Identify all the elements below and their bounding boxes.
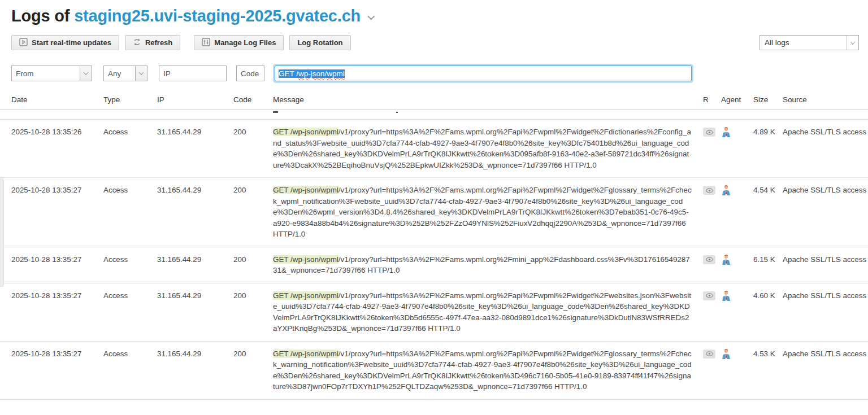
log-browser-page: Logs of staging25.uvi-staging-2025.gvate…: [0, 0, 868, 415]
type-combobox: [103, 65, 147, 81]
chevron-down-icon: [84, 70, 88, 75]
size-cell: 4.53 K: [749, 342, 778, 366]
start-realtime-updates-button[interactable]: Start real-time updates: [11, 35, 119, 50]
log-file-select-value: All logs: [760, 36, 846, 50]
column-header-ip: IP: [157, 90, 233, 110]
log-file-select[interactable]: All logs: [760, 35, 859, 50]
domain-link[interactable]: staging25.uvi-staging-2025.gvatec.ch: [74, 7, 361, 25]
table-row: 2025-10-28 13:35:27 Access 31.165.44.29 …: [0, 342, 868, 400]
ip-cell: 31.165.44.29: [157, 283, 233, 308]
agent-cell: [717, 120, 749, 148]
eye-icon: [706, 293, 713, 298]
r-cell: [698, 283, 717, 308]
agent-cell: [717, 178, 749, 206]
eye-icon: [706, 351, 713, 356]
r-cell: [698, 342, 717, 366]
agent-cell: [717, 283, 749, 312]
toolbar: Start real-time updates Refresh Manage L…: [0, 25, 868, 50]
message-cell: GET /wp-json/wpml/v1/proxy?url=https%3A%…: [273, 247, 698, 283]
user-agent-icon[interactable]: [721, 126, 731, 138]
message-highlight: GET /wp-json/wpml: [273, 291, 338, 300]
log-rotation-button[interactable]: Log Rotation: [289, 35, 350, 50]
start-realtime-updates-label: Start real-time updates: [32, 38, 111, 47]
type-filter-input[interactable]: [103, 65, 135, 81]
date-cell: 2025-10-28 13:35:27: [11, 247, 103, 272]
date-from-combobox: [11, 65, 92, 81]
partial-clipped-row: [0, 110, 868, 120]
table-row: 2025-10-28 13:35:27 Access 31.165.44.29 …: [0, 178, 868, 247]
size-cell: 4.60 K: [749, 283, 778, 308]
r-cell: [698, 178, 717, 203]
size-cell: 6.15 K: [749, 247, 778, 272]
ip-cell: 31.165.44.29: [157, 178, 233, 203]
play-icon: [19, 38, 28, 48]
view-details-button[interactable]: [703, 291, 715, 300]
clipped-text-fragment: [273, 111, 278, 113]
column-header-source: Source: [778, 90, 859, 110]
page-title: Logs of staging25.uvi-staging-2025.gvate…: [0, 0, 868, 25]
scrollbar-thumb[interactable]: [0, 178, 4, 287]
type-cell: Access: [103, 342, 157, 366]
message-cell: GET /wp-json/wpml/v1/proxy?url=https%3A%…: [273, 120, 698, 177]
refresh-label: Refresh: [145, 38, 172, 47]
date-cell: 2025-10-28 13:35:27: [11, 342, 103, 366]
source-cell: Apache SSL/TLS access: [778, 283, 859, 308]
size-cell: 4.54 K: [749, 178, 778, 203]
log-file-select-toggle[interactable]: [846, 36, 858, 50]
search-input-text: wpml: [327, 69, 345, 78]
message-highlight: GET /wp-json/wpml: [273, 255, 338, 264]
date-from-input[interactable]: [11, 65, 80, 81]
message-cell: GET /wp-json/wpml/v1/proxy?url=https%3A%…: [273, 342, 698, 399]
type-cell: Access: [103, 120, 157, 145]
agent-cell: [717, 247, 749, 276]
domain-chevron-down-icon[interactable]: [367, 13, 375, 20]
user-agent-icon[interactable]: [721, 254, 731, 265]
message-highlight: GET /wp-json/wpml: [273, 128, 338, 136]
column-header-agent: Agent: [717, 90, 749, 110]
view-details-button[interactable]: [703, 186, 715, 195]
code-filter-input[interactable]: [236, 65, 264, 81]
view-details-button[interactable]: [703, 350, 715, 359]
date-cell: 2025-10-28 13:35:27: [11, 283, 103, 308]
agent-cell: [717, 342, 749, 370]
date-cell: 2025-10-28 13:35:27: [11, 178, 103, 203]
code-cell: 200: [233, 247, 273, 272]
code-cell: 200: [233, 283, 273, 308]
user-agent-icon[interactable]: [721, 348, 731, 360]
table-row: 2025-10-28 13:35:26 Access 31.165.44.29 …: [0, 120, 868, 178]
refresh-button[interactable]: Refresh: [125, 35, 180, 50]
refresh-icon: [133, 38, 141, 48]
user-agent-icon[interactable]: [721, 185, 731, 196]
source-cell: Apache SSL/TLS access: [778, 342, 859, 366]
search-input[interactable]: GET /wp-json/wpml: [275, 65, 692, 81]
type-cell: Access: [103, 283, 157, 308]
view-details-button[interactable]: [703, 255, 715, 264]
user-agent-icon[interactable]: [721, 290, 731, 302]
log-table-body: 2025-10-28 13:35:26 Access 31.165.44.29 …: [0, 120, 868, 400]
chevron-down-icon: [139, 70, 144, 75]
source-cell: Apache SSL/TLS access: [778, 178, 859, 203]
ip-cell: 31.165.44.29: [157, 247, 233, 272]
ip-filter-input[interactable]: [159, 65, 227, 81]
source-cell: Apache SSL/TLS access: [778, 247, 859, 272]
column-header-type: Type: [103, 90, 157, 110]
eye-icon: [706, 257, 713, 262]
type-cell: Access: [103, 178, 157, 203]
clipped-text-fragment: [396, 112, 398, 113]
manage-log-files-label: Manage Log Files: [214, 38, 276, 47]
r-cell: [698, 247, 717, 272]
size-cell: 4.89 K: [749, 120, 778, 145]
column-header-code: Code: [233, 90, 273, 110]
table-row: 2025-10-28 13:35:27 Access 31.165.44.29 …: [0, 283, 868, 342]
message-highlight: GET /wp-json/wpml: [273, 350, 338, 358]
ip-cell: 31.165.44.29: [157, 342, 233, 366]
type-filter-toggle[interactable]: [135, 65, 147, 81]
column-header-size: Size: [749, 90, 778, 110]
view-details-button[interactable]: [703, 128, 715, 137]
message-cell: GET /wp-json/wpml/v1/proxy?url=https%3A%…: [273, 178, 698, 247]
date-from-toggle[interactable]: [80, 65, 92, 81]
column-header-date: Date: [11, 90, 103, 110]
code-cell: 200: [233, 342, 273, 366]
r-cell: [698, 120, 717, 145]
manage-log-files-button[interactable]: Manage Log Files: [194, 35, 284, 50]
